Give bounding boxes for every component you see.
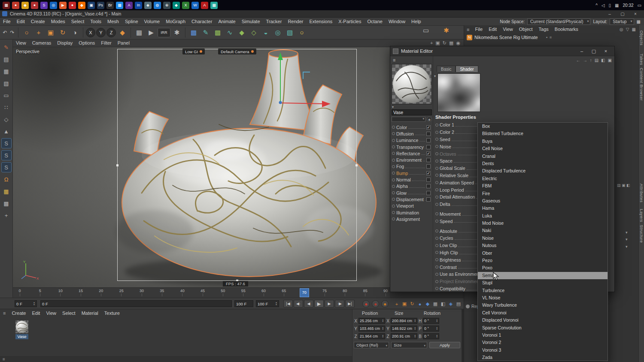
property-relativescale[interactable]: Relative Scale (435, 172, 481, 179)
menu-octane[interactable]: Octane (364, 18, 385, 26)
channel-checkbox[interactable] (426, 197, 431, 202)
octane-live-viewer-icon[interactable]: ✱ (444, 27, 449, 34)
me-close-button[interactable]: × (600, 48, 612, 54)
vp-menu-panel[interactable]: Panel (115, 39, 133, 47)
noise-option-noise[interactable]: Noise (478, 235, 608, 242)
notifications-icon[interactable]: ▭ (638, 3, 641, 8)
mm-burger-icon[interactable]: ≡ (0, 311, 9, 316)
move-tool[interactable]: + (33, 27, 44, 38)
record-pla-toggle[interactable]: ◆ (424, 301, 431, 307)
spinner[interactable]: ▲▼ (414, 335, 416, 338)
timeline-tick[interactable]: 85 (361, 289, 369, 296)
channel-checkbox[interactable] (426, 132, 431, 136)
channel-checkbox[interactable] (426, 145, 431, 149)
spinner[interactable]: ▲▼ (275, 302, 277, 306)
property-projectenvironment[interactable]: Project Environment (435, 278, 481, 285)
channel-reflectance[interactable]: Reflectance✓ (390, 150, 433, 157)
noise-option-naki[interactable]: Naki (478, 227, 608, 234)
me-nav-icon-1[interactable]: → (583, 58, 587, 63)
pen-tool-icon[interactable]: ✎ (200, 27, 211, 38)
menu-window[interactable]: Window (386, 18, 408, 26)
camera-chip[interactable]: Default Camera (218, 48, 256, 54)
channel-illumination[interactable]: Illumination (390, 209, 433, 216)
taskbar-app-14[interactable]: A (125, 2, 133, 9)
property-speed[interactable]: Speed (435, 217, 481, 225)
coord-field[interactable]: 21.964 cm▲▼ (358, 333, 385, 339)
apply-button[interactable]: Apply (429, 342, 460, 348)
noise-option-vl-noise[interactable]: VL Noise (478, 294, 608, 302)
mm-menu-view[interactable]: View (43, 309, 59, 317)
workplane-lock-icon[interactable]: ▩ (1, 198, 12, 208)
property-seed[interactable]: Seed (435, 136, 481, 143)
noise-option-voronoi-2[interactable]: Voronoi 2 (478, 339, 608, 346)
om-menu-view[interactable]: View (500, 25, 516, 33)
menu-help[interactable]: Help (408, 18, 424, 26)
timeline-tick[interactable]: 60 (260, 289, 267, 296)
channel-checkbox[interactable] (426, 178, 431, 182)
property-useasenvironment[interactable]: Use as Environment (435, 271, 481, 278)
taskbar-app-12[interactable]: Br (106, 2, 114, 9)
vp-menu-view[interactable]: View (13, 39, 29, 47)
range-end-field[interactable]: 100 F (234, 300, 253, 307)
timeline-tick[interactable]: 35 (158, 289, 166, 296)
object-tag-icon-1[interactable]: ≡ (550, 35, 552, 39)
noise-option-cranal[interactable]: Cranal (478, 153, 608, 160)
layout-dropdown[interactable]: Startup (610, 18, 634, 25)
taskbar-app-22[interactable]: A (201, 2, 208, 9)
spin-down-icon[interactable]: ▼ (33, 304, 35, 306)
taskbar-app-18[interactable]: ⊕ (163, 2, 170, 9)
menu-xparticles[interactable]: X-Particles (335, 18, 364, 26)
property-delta[interactable]: Delta (435, 201, 481, 208)
autokey-button[interactable]: ● (372, 300, 379, 308)
channel-color[interactable]: Color✓ (390, 124, 433, 130)
noise-option-mod-noise[interactable]: Mod Noise (478, 220, 608, 227)
vp-tool-icon-2[interactable]: ↻ (443, 40, 447, 46)
property-octaves[interactable]: Octaves (435, 150, 481, 157)
mm-menu-edit[interactable]: Edit (29, 309, 43, 317)
range-end-spinner-field[interactable]: 100 F▲▼ (256, 300, 279, 307)
timeline-tick[interactable]: 30 (138, 289, 146, 296)
low-gi-chip[interactable]: Low GI (182, 48, 205, 54)
noise-option-gaseous[interactable]: Gaseous (478, 197, 608, 205)
menu-tracker[interactable]: Tracker (263, 18, 285, 26)
shader-collapse-icon[interactable]: ▾ (434, 74, 436, 78)
snap-icon[interactable]: S (1, 150, 12, 160)
prev-key-button[interactable]: ◀· (294, 300, 303, 308)
node-space-dropdown[interactable]: Current (Standard/Physical) (527, 18, 590, 25)
spin-down-icon[interactable]: ▼ (275, 304, 277, 306)
mm-bottom-burger-icon[interactable]: ≡ (3, 357, 5, 362)
keyframe-filter-icon[interactable]: ◧ (440, 301, 447, 307)
taskbar-app-20[interactable]: X (182, 2, 189, 9)
om-menu-object[interactable]: Object (516, 25, 536, 33)
me-nav-icon-4[interactable]: ◧ (601, 58, 605, 63)
menu-mesh[interactable]: Mesh (104, 18, 122, 26)
menu-select[interactable]: Select (68, 18, 88, 26)
taskbar-app-15[interactable]: In (135, 2, 142, 9)
channel-transparency[interactable]: Transparency (390, 144, 433, 150)
noise-option-sparse-convolution[interactable]: Sparse Convolution (478, 324, 608, 332)
size-mode-dropdown[interactable]: Size (391, 342, 427, 348)
scale-tool[interactable]: ▣ (45, 27, 56, 38)
menu-animate[interactable]: Animate (215, 18, 238, 26)
property-highclip[interactable]: High Clip (435, 249, 481, 256)
property-space[interactable]: Space (435, 157, 481, 165)
tray-expand-icon[interactable]: ^ (595, 3, 598, 8)
noise-option-zada[interactable]: Zada (478, 354, 608, 361)
timeline-tick[interactable]: 80 (341, 289, 349, 296)
goto-start-button[interactable]: |◀ (283, 300, 293, 308)
taskbar-app-11[interactable]: Ps (97, 2, 104, 9)
noise-option-turbulence[interactable]: Turbulence (478, 287, 608, 294)
timeline-tick[interactable]: 65 (280, 289, 288, 296)
modifier-icon[interactable]: ◇ (248, 27, 259, 38)
channel-diffusion[interactable]: Diffusion (390, 130, 433, 137)
spinner[interactable]: ▲▼ (382, 319, 384, 323)
noise-option-fbm[interactable]: FBM (478, 182, 608, 190)
property-detailattenuation[interactable]: Detail Attenuation (435, 193, 481, 201)
taskbar-app-3[interactable]: ◆ (21, 2, 29, 9)
record-parameter-toggle[interactable]: ● (416, 301, 423, 307)
vp-tool-icon-4[interactable]: ◉ (456, 40, 460, 46)
property-animationspeed[interactable]: Animation Speed (435, 179, 481, 186)
live-selection-tool[interactable]: ○ (21, 27, 32, 38)
spinner[interactable]: ▲▼ (33, 302, 35, 306)
spinner[interactable]: ▲▼ (436, 319, 438, 323)
